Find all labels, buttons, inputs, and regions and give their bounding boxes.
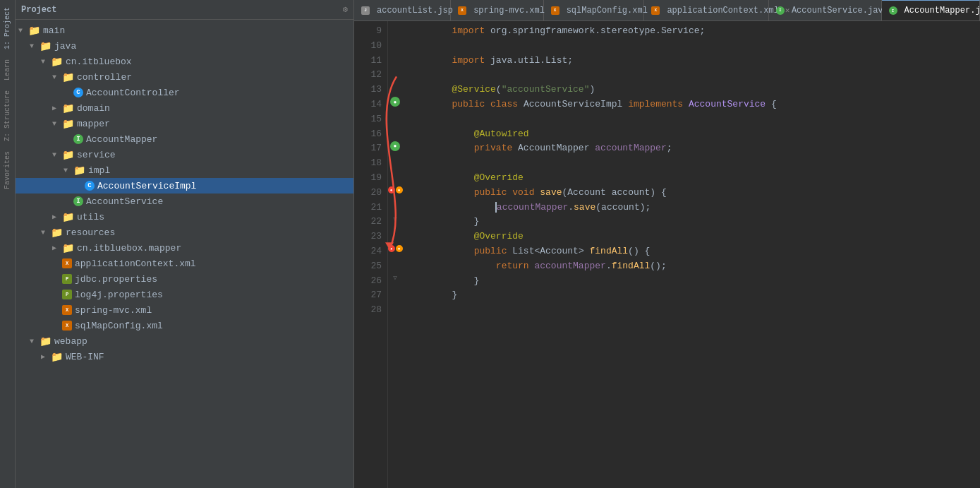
line-number: 22 (354, 215, 382, 230)
tree-arrow[interactable]: ▶ (41, 352, 51, 361)
tree-label: utils (77, 212, 351, 222)
tree-arrow[interactable]: ▼ (52, 151, 62, 159)
line-number: 18 (354, 156, 382, 171)
tree-label: AccountController (86, 88, 351, 98)
tree-item-log4j-properties[interactable]: Plog4j.properties (16, 287, 353, 302)
tree-item-cn-itbluebox[interactable]: ▼📁cn.itbluebox (16, 54, 353, 69)
code-token: import (452, 55, 485, 66)
code-token: @Override (474, 172, 524, 183)
tab-accountServiceJava[interactable]: IAccountService.java✕ (769, 0, 882, 20)
tree-item-accountmapper[interactable]: IAccountMapper (16, 131, 353, 147)
tree-arrow[interactable]: ▼ (52, 120, 62, 128)
gutter-icon-orange[interactable]: ● (396, 245, 403, 252)
sidebar-icon-project[interactable]: 1: Project (2, 3, 13, 54)
tree-item-controller[interactable]: ▼📁controller (16, 69, 353, 85)
tree-arrow[interactable]: ▼ (52, 73, 62, 81)
tree-item-jdbc-properties[interactable]: Pjdbc.properties (16, 271, 353, 287)
line-number: 13 (354, 83, 382, 97)
tree-label: spring-mvc.xml (75, 305, 351, 316)
tree-item-accountserviceimpl[interactable]: CAccountServiceImpl (16, 178, 353, 194)
panel-gear-icon[interactable]: ⚙ (343, 4, 348, 15)
tab-label: AccountService.java (792, 6, 888, 16)
line-number: 21 (354, 201, 382, 215)
gutter-line (388, 168, 402, 183)
gutter-line: ● (388, 95, 402, 109)
code-token: findAll (612, 261, 651, 271)
code-token: findAll (590, 246, 629, 256)
line-number: 9 (354, 24, 382, 39)
gutter-icon-orange[interactable]: ● (396, 186, 403, 194)
tab-bar: JaccountList.jsp✕Xspring-mvc.xml✕XsqlMap… (354, 0, 980, 21)
code-token: List (512, 246, 534, 256)
tree-item-impl[interactable]: ▼📁impl (16, 162, 353, 178)
tree-arrow[interactable]: ▼ (63, 167, 73, 174)
gutter-icon-green[interactable]: ● (390, 97, 400, 107)
tree-item-cn-itbluebox-mapper[interactable]: ▶📁cn.itbluebox.mapper (16, 240, 353, 256)
folder-icon: 📁 (62, 149, 74, 161)
tab-accountListJsp[interactable]: JaccountList.jsp✕ (354, 0, 451, 20)
tree-arrow[interactable]: ▶ (52, 213, 62, 221)
tree-item-domain[interactable]: ▶📁domain (16, 100, 353, 116)
tab-accountMapperJava[interactable]: IAccountMapper.j... (882, 0, 980, 20)
line-number: 19 (354, 171, 382, 186)
line-number: 17 (354, 141, 382, 156)
tree-label: main (43, 25, 351, 36)
tree-item-sqlmapconfig-xml[interactable]: XsqlMapConfig.xml (16, 318, 353, 333)
interface-icon: I (73, 134, 83, 144)
code-token: Account (540, 246, 579, 256)
tree-arrow[interactable]: ▼ (41, 58, 51, 66)
code-token: save (574, 202, 595, 213)
tree-label: cn.itbluebox.mapper (77, 243, 351, 254)
gutter-line (388, 153, 402, 168)
tree-item-applicationcontext-xml[interactable]: XapplicationContext.xml (16, 256, 353, 271)
cursor (495, 202, 497, 213)
tree-label: webapp (54, 336, 351, 347)
tree-arrow[interactable]: ▼ (30, 338, 40, 345)
props-icon: P (62, 274, 72, 284)
tree-item-mapper[interactable]: ▼📁mapper (16, 116, 353, 131)
code-token: private (474, 143, 513, 153)
code-token: AccountMapper (518, 143, 589, 153)
line-number: 20 (354, 186, 382, 201)
folder-icon: 📁 (62, 211, 74, 223)
code-line-21: accountMapper.save(account); (408, 201, 980, 215)
fold-arrow[interactable]: ▽ (393, 215, 397, 223)
gutter-icon-red[interactable]: ● (388, 245, 395, 252)
tree-item-java[interactable]: ▼📁java (16, 38, 353, 54)
sidebar-icon-favorites[interactable]: Favorites (2, 147, 13, 194)
code-token: accountMapper (595, 143, 666, 153)
gutter-line (388, 300, 402, 315)
tree-item-webapp[interactable]: ▼📁webapp (16, 333, 353, 349)
tree-label: AccountService (86, 196, 351, 207)
tree-item-accountcontroller[interactable]: CAccountController (16, 85, 353, 100)
gutter-icon-red[interactable]: ● (388, 186, 395, 194)
tree-item-spring-mvc-xml[interactable]: Xspring-mvc.xml (16, 302, 353, 318)
tree-arrow[interactable]: ▼ (18, 27, 28, 35)
tree-item-utils[interactable]: ▶📁utils (16, 209, 353, 225)
tab-springMvcXml[interactable]: Xspring-mvc.xml✕ (451, 0, 544, 20)
folder-icon: 📁 (28, 25, 40, 37)
sidebar-icon-structure[interactable]: Z: Structure (2, 86, 13, 145)
tree-arrow[interactable]: ▶ (52, 244, 62, 252)
folder-icon: 📁 (62, 71, 74, 83)
code-line-26: } (408, 274, 980, 289)
tree-arrow[interactable]: ▼ (41, 229, 51, 237)
fold-arrow[interactable]: ▽ (393, 274, 397, 282)
tree-item-accountservice[interactable]: IAccountService (16, 194, 353, 209)
code-line-25: return accountMapper.findAll(); (408, 259, 980, 274)
folder-icon: 📁 (40, 40, 52, 52)
tree-item-resources[interactable]: ▼📁resources (16, 225, 353, 240)
tree-arrow[interactable]: ▼ (30, 42, 40, 50)
tab-sqlMapConfigXml[interactable]: XsqlMapConfig.xml✕ (544, 0, 645, 20)
gutter-icon-green[interactable]: ● (390, 141, 400, 151)
tab-applicationContextXml[interactable]: XapplicationContext.xml✕ (644, 0, 769, 20)
interface-icon: I (73, 196, 83, 206)
code-content[interactable]: import org.springframework.stereotype.Se… (402, 21, 980, 488)
sidebar-icon-learn[interactable]: Learn (2, 55, 13, 85)
tree-item-main[interactable]: ▼📁main (16, 23, 353, 38)
tree-label: controller (77, 72, 351, 83)
tree-item-service[interactable]: ▼📁service (16, 147, 353, 162)
tree-arrow[interactable]: ▶ (52, 104, 62, 112)
code-token: AccountService (689, 99, 766, 109)
tree-item-web-inf[interactable]: ▶📁WEB-INF (16, 349, 353, 364)
